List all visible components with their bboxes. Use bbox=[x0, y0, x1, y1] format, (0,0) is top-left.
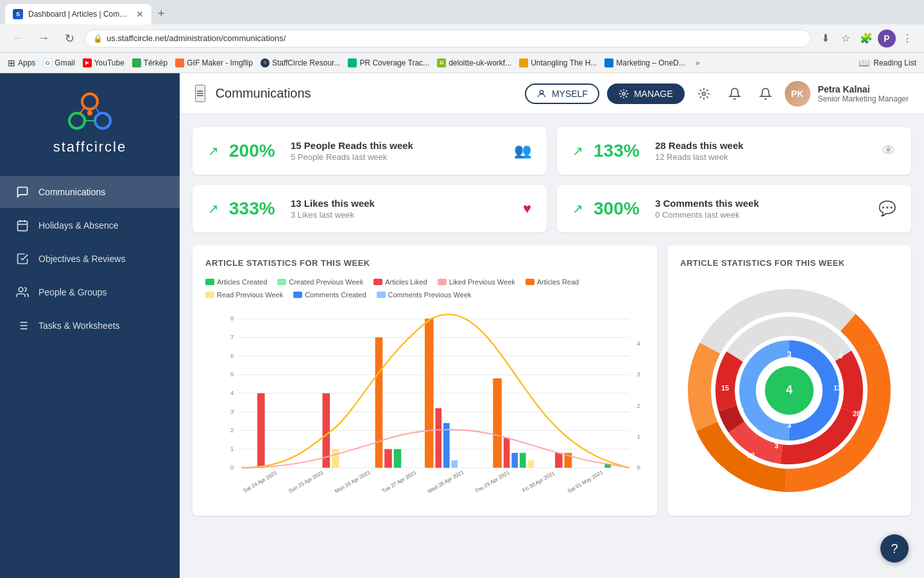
download-button[interactable]: ⬇ bbox=[816, 30, 834, 48]
svg-point-2 bbox=[95, 113, 110, 128]
sidebar-item-communications[interactable]: Communications bbox=[0, 176, 180, 208]
sidebar-item-people[interactable]: People & Groups bbox=[0, 276, 180, 308]
extension-button[interactable]: 🧩 bbox=[857, 30, 875, 48]
settings-button[interactable] bbox=[692, 82, 715, 105]
legend-articles-read: Articles Read bbox=[526, 278, 579, 286]
myself-label: MYSELF bbox=[552, 89, 588, 99]
active-tab[interactable]: S Dashboard | Articles | Commu... ✕ bbox=[5, 4, 151, 24]
bookmark-marketing[interactable]: Marketing – OneD... bbox=[604, 58, 685, 67]
tasks-icon bbox=[15, 319, 30, 333]
svg-rect-58 bbox=[520, 453, 526, 468]
hamburger-button[interactable]: ≡ bbox=[195, 85, 205, 102]
back-button[interactable]: ← bbox=[8, 28, 28, 49]
stat-percent-3: 300% bbox=[594, 198, 645, 219]
bookmark-imgflip-label: GIF Maker - Imgflip bbox=[187, 58, 253, 67]
notifications-button[interactable] bbox=[754, 82, 777, 105]
legend-articles-created: Articles Created bbox=[205, 278, 267, 286]
stat-info-3: 3 Comments this week 0 Comments last wee… bbox=[655, 198, 868, 220]
tab-close-btn[interactable]: ✕ bbox=[136, 9, 144, 19]
app-layout: staffcircle Communications bbox=[0, 73, 924, 578]
svg-rect-44 bbox=[257, 393, 265, 468]
bar-chart-title: ARTICLE STATISTICS FOR THIS WEEK bbox=[205, 258, 644, 268]
donut-chart-title: ARTICLE STATISTICS FOR THIS WEEK bbox=[680, 258, 898, 268]
stat-percent-0: 200% bbox=[229, 141, 280, 161]
svg-text:0: 0 bbox=[637, 464, 640, 471]
legend-dot-comments-prev bbox=[377, 292, 386, 298]
bookmarks-more[interactable]: » bbox=[696, 58, 700, 67]
sidebar-item-people-label: People & Groups bbox=[38, 287, 107, 297]
legend-liked-prev: Liked Previous Week bbox=[438, 278, 515, 286]
svg-text:Sat 24 Apr 2021: Sat 24 Apr 2021 bbox=[243, 470, 278, 493]
sidebar-item-tasks[interactable]: Tasks & Worksheets bbox=[0, 310, 180, 342]
svg-text:Wed 28 Apr 2021: Wed 28 Apr 2021 bbox=[427, 469, 465, 493]
svg-text:28: 28 bbox=[853, 410, 860, 417]
sidebar-nav: Communications Holidays & Absence bbox=[0, 171, 180, 578]
holidays-icon bbox=[15, 218, 30, 232]
people-icon bbox=[15, 285, 30, 299]
bar-chart-svg: 0 1 2 3 4 5 6 7 8 0 1 2 bbox=[205, 306, 644, 493]
svg-text:13: 13 bbox=[834, 384, 841, 392]
profile-button[interactable]: P bbox=[878, 30, 896, 48]
legend-comments-created: Comments Created bbox=[293, 291, 366, 299]
bookmark-button[interactable]: ☆ bbox=[837, 30, 855, 48]
stat-icon-likes: ♥ bbox=[523, 200, 531, 217]
reading-list-label[interactable]: Reading List bbox=[873, 58, 916, 67]
stat-sub-2: 3 Likes last week bbox=[291, 210, 513, 220]
svg-text:0: 0 bbox=[230, 464, 234, 471]
lock-icon: 🔒 bbox=[93, 34, 103, 43]
reading-list-section: 📖 Reading List bbox=[859, 58, 916, 68]
svg-point-19 bbox=[622, 92, 625, 95]
browser-action-buttons: ⬇ ☆ 🧩 P ⋮ bbox=[816, 30, 916, 48]
bookmark-untangle-label: Untangling The H... bbox=[531, 58, 597, 67]
announcements-button[interactable] bbox=[723, 82, 746, 105]
bar-chart-card: ARTICLE STATISTICS FOR THIS WEEK Article… bbox=[193, 245, 657, 516]
stat-sub-0: 5 People Reads last week bbox=[291, 152, 504, 162]
bookmark-deloitte[interactable]: D deloitte-uk-workf... bbox=[437, 58, 511, 67]
legend-label-read: Articles Read bbox=[537, 278, 579, 286]
svg-text:Mon 26 Apr 2021: Mon 26 Apr 2021 bbox=[334, 469, 372, 493]
stats-grid: ↗ 200% 15 People Reads this week 5 Peopl… bbox=[193, 127, 911, 232]
svg-text:8: 8 bbox=[230, 315, 234, 322]
svg-text:3: 3 bbox=[637, 371, 640, 378]
stat-icon-people: 👥 bbox=[514, 143, 531, 159]
avatar[interactable]: PK bbox=[785, 81, 810, 107]
legend-created-prev: Created Previous Week bbox=[277, 278, 363, 286]
legend-dot-created bbox=[205, 279, 214, 285]
bookmark-gmail[interactable]: G Gmail bbox=[43, 58, 74, 67]
main-content: ≡ Communications MYSELF MANAGE bbox=[180, 73, 924, 578]
new-tab-button[interactable]: + bbox=[153, 5, 170, 22]
bookmarks-bar: ⊞ Apps G Gmail ▶ YouTube Térkép GIF Make… bbox=[0, 53, 924, 73]
legend-label-created-prev: Created Previous Week bbox=[289, 278, 363, 286]
help-button[interactable]: ? bbox=[880, 534, 909, 563]
bookmark-sc[interactable]: S StaffCircle Resour... bbox=[261, 58, 341, 67]
bookmark-untangle[interactable]: Untangling The H... bbox=[519, 58, 597, 67]
communications-icon bbox=[15, 185, 30, 199]
donut-chart-card: ARTICLE STATISTICS FOR THIS WEEK bbox=[667, 245, 911, 516]
sidebar-item-objectives[interactable]: Objectives & Reviews bbox=[0, 243, 180, 275]
legend-dot-read bbox=[526, 279, 535, 285]
svg-text:Sun 25 Apr 2021: Sun 25 Apr 2021 bbox=[287, 469, 325, 493]
bookmark-youtube[interactable]: ▶ YouTube bbox=[83, 58, 124, 67]
svg-line-4 bbox=[95, 107, 100, 114]
bookmark-imgflip[interactable]: GIF Maker - Imgflip bbox=[175, 58, 253, 67]
menu-button[interactable]: ⋮ bbox=[898, 30, 916, 48]
bookmark-maps[interactable]: Térkép bbox=[132, 58, 167, 67]
manage-button[interactable]: MANAGE bbox=[607, 83, 685, 104]
bookmark-pr[interactable]: PR Coverage Trac... bbox=[348, 58, 429, 67]
svg-text:2: 2 bbox=[637, 402, 640, 409]
sidebar-item-holidays[interactable]: Holidays & Absence bbox=[0, 209, 180, 241]
dashboard-content: ↗ 200% 15 People Reads this week 5 Peopl… bbox=[180, 114, 924, 578]
stat-card-likes: ↗ 333% 13 Likes this week 3 Likes last w… bbox=[193, 185, 547, 232]
bookmark-apps[interactable]: ⊞ Apps bbox=[8, 58, 35, 68]
legend-label-liked: Articles Liked bbox=[385, 278, 427, 286]
bookmark-maps-label: Térkép bbox=[144, 58, 167, 67]
address-bar[interactable]: 🔒 us.staffcircle.net/administration/comm… bbox=[85, 30, 811, 48]
header-actions: MYSELF MANAGE PK bbox=[525, 81, 909, 107]
bookmark-gmail-label: Gmail bbox=[55, 58, 74, 67]
svg-text:4: 4 bbox=[230, 389, 234, 396]
reload-button[interactable]: ↻ bbox=[59, 28, 80, 49]
forward-button[interactable]: → bbox=[33, 28, 54, 49]
legend-label-created: Articles Created bbox=[217, 278, 267, 286]
myself-button[interactable]: MYSELF bbox=[525, 83, 599, 104]
svg-text:2: 2 bbox=[230, 426, 234, 434]
